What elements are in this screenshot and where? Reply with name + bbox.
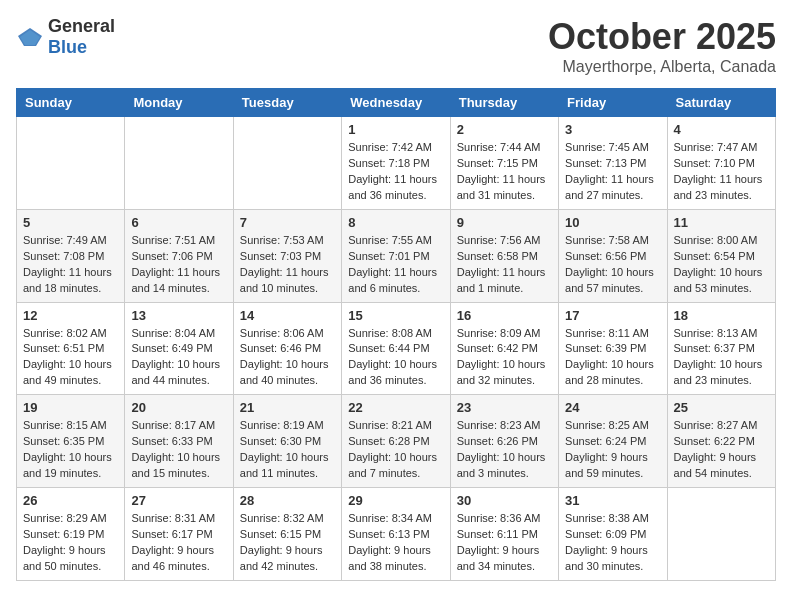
logo-blue: Blue <box>48 37 87 57</box>
logo: General Blue <box>16 16 115 58</box>
calendar-cell: 3Sunrise: 7:45 AM Sunset: 7:13 PM Daylig… <box>559 117 667 210</box>
logo-general: General <box>48 16 115 36</box>
day-number: 31 <box>565 493 660 508</box>
calendar-cell: 31Sunrise: 8:38 AM Sunset: 6:09 PM Dayli… <box>559 488 667 581</box>
col-header-saturday: Saturday <box>667 89 775 117</box>
day-number: 22 <box>348 400 443 415</box>
calendar-cell: 27Sunrise: 8:31 AM Sunset: 6:17 PM Dayli… <box>125 488 233 581</box>
day-number: 28 <box>240 493 335 508</box>
week-row-5: 26Sunrise: 8:29 AM Sunset: 6:19 PM Dayli… <box>17 488 776 581</box>
calendar-cell <box>667 488 775 581</box>
cell-info: Sunrise: 8:00 AM Sunset: 6:54 PM Dayligh… <box>674 233 769 297</box>
calendar-cell: 29Sunrise: 8:34 AM Sunset: 6:13 PM Dayli… <box>342 488 450 581</box>
calendar-cell: 2Sunrise: 7:44 AM Sunset: 7:15 PM Daylig… <box>450 117 558 210</box>
cell-info: Sunrise: 7:49 AM Sunset: 7:08 PM Dayligh… <box>23 233 118 297</box>
calendar-cell: 15Sunrise: 8:08 AM Sunset: 6:44 PM Dayli… <box>342 302 450 395</box>
cell-info: Sunrise: 8:32 AM Sunset: 6:15 PM Dayligh… <box>240 511 335 575</box>
cell-info: Sunrise: 8:09 AM Sunset: 6:42 PM Dayligh… <box>457 326 552 390</box>
day-number: 15 <box>348 308 443 323</box>
day-number: 26 <box>23 493 118 508</box>
cell-info: Sunrise: 7:55 AM Sunset: 7:01 PM Dayligh… <box>348 233 443 297</box>
cell-info: Sunrise: 8:04 AM Sunset: 6:49 PM Dayligh… <box>131 326 226 390</box>
cell-info: Sunrise: 8:19 AM Sunset: 6:30 PM Dayligh… <box>240 418 335 482</box>
calendar-cell: 16Sunrise: 8:09 AM Sunset: 6:42 PM Dayli… <box>450 302 558 395</box>
week-row-1: 1Sunrise: 7:42 AM Sunset: 7:18 PM Daylig… <box>17 117 776 210</box>
calendar-cell: 17Sunrise: 8:11 AM Sunset: 6:39 PM Dayli… <box>559 302 667 395</box>
calendar-cell: 7Sunrise: 7:53 AM Sunset: 7:03 PM Daylig… <box>233 209 341 302</box>
calendar-cell: 24Sunrise: 8:25 AM Sunset: 6:24 PM Dayli… <box>559 395 667 488</box>
day-number: 5 <box>23 215 118 230</box>
day-number: 17 <box>565 308 660 323</box>
calendar-cell: 10Sunrise: 7:58 AM Sunset: 6:56 PM Dayli… <box>559 209 667 302</box>
cell-info: Sunrise: 7:51 AM Sunset: 7:06 PM Dayligh… <box>131 233 226 297</box>
day-number: 20 <box>131 400 226 415</box>
col-header-sunday: Sunday <box>17 89 125 117</box>
cell-info: Sunrise: 8:36 AM Sunset: 6:11 PM Dayligh… <box>457 511 552 575</box>
day-number: 13 <box>131 308 226 323</box>
header-row: SundayMondayTuesdayWednesdayThursdayFrid… <box>17 89 776 117</box>
month-title: October 2025 <box>548 16 776 58</box>
week-row-3: 12Sunrise: 8:02 AM Sunset: 6:51 PM Dayli… <box>17 302 776 395</box>
day-number: 11 <box>674 215 769 230</box>
cell-info: Sunrise: 8:34 AM Sunset: 6:13 PM Dayligh… <box>348 511 443 575</box>
cell-info: Sunrise: 7:56 AM Sunset: 6:58 PM Dayligh… <box>457 233 552 297</box>
cell-info: Sunrise: 7:53 AM Sunset: 7:03 PM Dayligh… <box>240 233 335 297</box>
day-number: 29 <box>348 493 443 508</box>
calendar-cell: 8Sunrise: 7:55 AM Sunset: 7:01 PM Daylig… <box>342 209 450 302</box>
day-number: 18 <box>674 308 769 323</box>
day-number: 1 <box>348 122 443 137</box>
col-header-monday: Monday <box>125 89 233 117</box>
day-number: 23 <box>457 400 552 415</box>
day-number: 16 <box>457 308 552 323</box>
calendar-cell: 5Sunrise: 7:49 AM Sunset: 7:08 PM Daylig… <box>17 209 125 302</box>
day-number: 2 <box>457 122 552 137</box>
week-row-2: 5Sunrise: 7:49 AM Sunset: 7:08 PM Daylig… <box>17 209 776 302</box>
week-row-4: 19Sunrise: 8:15 AM Sunset: 6:35 PM Dayli… <box>17 395 776 488</box>
cell-info: Sunrise: 8:31 AM Sunset: 6:17 PM Dayligh… <box>131 511 226 575</box>
day-number: 4 <box>674 122 769 137</box>
calendar-table: SundayMondayTuesdayWednesdayThursdayFrid… <box>16 88 776 581</box>
calendar-cell: 6Sunrise: 7:51 AM Sunset: 7:06 PM Daylig… <box>125 209 233 302</box>
day-number: 25 <box>674 400 769 415</box>
cell-info: Sunrise: 8:29 AM Sunset: 6:19 PM Dayligh… <box>23 511 118 575</box>
cell-info: Sunrise: 7:44 AM Sunset: 7:15 PM Dayligh… <box>457 140 552 204</box>
calendar-cell: 23Sunrise: 8:23 AM Sunset: 6:26 PM Dayli… <box>450 395 558 488</box>
day-number: 24 <box>565 400 660 415</box>
day-number: 19 <box>23 400 118 415</box>
cell-info: Sunrise: 8:17 AM Sunset: 6:33 PM Dayligh… <box>131 418 226 482</box>
calendar-cell <box>233 117 341 210</box>
calendar-cell <box>17 117 125 210</box>
day-number: 7 <box>240 215 335 230</box>
calendar-cell: 19Sunrise: 8:15 AM Sunset: 6:35 PM Dayli… <box>17 395 125 488</box>
col-header-wednesday: Wednesday <box>342 89 450 117</box>
day-number: 27 <box>131 493 226 508</box>
calendar-cell: 1Sunrise: 7:42 AM Sunset: 7:18 PM Daylig… <box>342 117 450 210</box>
cell-info: Sunrise: 8:23 AM Sunset: 6:26 PM Dayligh… <box>457 418 552 482</box>
cell-info: Sunrise: 8:21 AM Sunset: 6:28 PM Dayligh… <box>348 418 443 482</box>
day-number: 6 <box>131 215 226 230</box>
calendar-cell: 26Sunrise: 8:29 AM Sunset: 6:19 PM Dayli… <box>17 488 125 581</box>
col-header-tuesday: Tuesday <box>233 89 341 117</box>
col-header-thursday: Thursday <box>450 89 558 117</box>
day-number: 14 <box>240 308 335 323</box>
col-header-friday: Friday <box>559 89 667 117</box>
cell-info: Sunrise: 8:11 AM Sunset: 6:39 PM Dayligh… <box>565 326 660 390</box>
calendar-cell: 21Sunrise: 8:19 AM Sunset: 6:30 PM Dayli… <box>233 395 341 488</box>
day-number: 21 <box>240 400 335 415</box>
calendar-cell <box>125 117 233 210</box>
header: General Blue October 2025 Mayerthorpe, A… <box>16 16 776 76</box>
cell-info: Sunrise: 8:15 AM Sunset: 6:35 PM Dayligh… <box>23 418 118 482</box>
calendar-cell: 22Sunrise: 8:21 AM Sunset: 6:28 PM Dayli… <box>342 395 450 488</box>
calendar-cell: 9Sunrise: 7:56 AM Sunset: 6:58 PM Daylig… <box>450 209 558 302</box>
calendar-cell: 25Sunrise: 8:27 AM Sunset: 6:22 PM Dayli… <box>667 395 775 488</box>
calendar-cell: 30Sunrise: 8:36 AM Sunset: 6:11 PM Dayli… <box>450 488 558 581</box>
day-number: 10 <box>565 215 660 230</box>
cell-info: Sunrise: 8:08 AM Sunset: 6:44 PM Dayligh… <box>348 326 443 390</box>
title-area: October 2025 Mayerthorpe, Alberta, Canad… <box>548 16 776 76</box>
cell-info: Sunrise: 7:42 AM Sunset: 7:18 PM Dayligh… <box>348 140 443 204</box>
cell-info: Sunrise: 7:58 AM Sunset: 6:56 PM Dayligh… <box>565 233 660 297</box>
cell-info: Sunrise: 8:27 AM Sunset: 6:22 PM Dayligh… <box>674 418 769 482</box>
logo-icon <box>16 26 44 48</box>
cell-info: Sunrise: 8:02 AM Sunset: 6:51 PM Dayligh… <box>23 326 118 390</box>
calendar-cell: 28Sunrise: 8:32 AM Sunset: 6:15 PM Dayli… <box>233 488 341 581</box>
